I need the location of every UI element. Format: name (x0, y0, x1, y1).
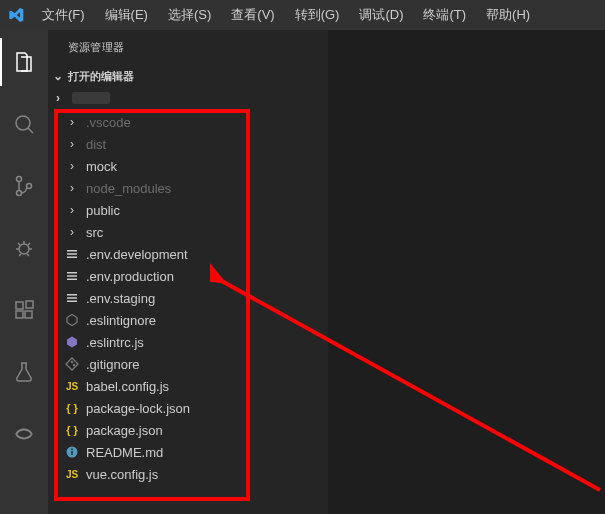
svg-point-5 (19, 244, 29, 254)
chevron-right-icon: › (52, 91, 64, 105)
tree-item-label: node_modules (86, 181, 171, 196)
folder-icon: › (64, 136, 80, 152)
tree-row[interactable]: .env.production (48, 265, 328, 287)
env-icon (64, 246, 80, 262)
svg-line-1 (28, 128, 33, 133)
open-editors-label: 打开的编辑器 (68, 69, 134, 84)
tree-item-label: .eslintrc.js (86, 335, 144, 350)
titlebar: 文件(F) 编辑(E) 选择(S) 查看(V) 转到(G) 调试(D) 终端(T… (0, 0, 605, 30)
tree-row[interactable]: ›dist (48, 133, 328, 155)
testing-icon[interactable] (0, 348, 48, 396)
tree-row[interactable]: .env.development (48, 243, 328, 265)
search-icon[interactable] (0, 100, 48, 148)
menu-edit[interactable]: 编辑(E) (97, 0, 156, 30)
svg-rect-8 (25, 311, 32, 318)
svg-point-4 (27, 184, 32, 189)
svg-rect-17 (67, 297, 77, 299)
file-tree: ›.vscode›dist›mock›node_modules›public›s… (48, 109, 328, 514)
tree-item-label: README.md (86, 445, 163, 460)
menu-go[interactable]: 转到(G) (287, 0, 348, 30)
tree-item-label: vue.config.js (86, 467, 158, 482)
svg-point-21 (71, 361, 73, 363)
folder-icon: › (64, 224, 80, 240)
explorer-icon[interactable] (0, 38, 48, 86)
env-icon (64, 290, 80, 306)
svg-point-22 (73, 364, 75, 366)
debug-icon[interactable] (0, 224, 48, 272)
svg-point-25 (71, 448, 73, 450)
source-control-icon[interactable] (0, 162, 48, 210)
menu-debug[interactable]: 调试(D) (351, 0, 411, 30)
menu-select[interactable]: 选择(S) (160, 0, 219, 30)
tree-row[interactable]: { }package.json (48, 419, 328, 441)
sidebar: 资源管理器 ⌄ 打开的编辑器 › ›.vscode›dist›mock›node… (48, 30, 328, 514)
svg-point-0 (16, 116, 30, 130)
vscode-logo-icon (8, 7, 24, 23)
svg-marker-19 (67, 315, 77, 326)
svg-marker-20 (67, 337, 77, 348)
svg-rect-9 (26, 301, 33, 308)
sidebar-title: 资源管理器 (48, 30, 328, 65)
tree-item-label: .gitignore (86, 357, 139, 372)
info-icon (64, 444, 80, 460)
svg-rect-7 (16, 311, 23, 318)
tree-row[interactable]: ›node_modules (48, 177, 328, 199)
svg-rect-15 (67, 279, 77, 281)
tree-row[interactable]: JSbabel.config.js (48, 375, 328, 397)
folder-icon: › (64, 114, 80, 130)
svg-rect-24 (71, 451, 72, 455)
tree-row[interactable]: JSvue.config.js (48, 463, 328, 485)
tree-row[interactable]: ›.vscode (48, 111, 328, 133)
tree-item-label: .env.production (86, 269, 174, 284)
editor-area (328, 30, 605, 514)
remote-icon[interactable] (0, 410, 48, 458)
tree-row[interactable]: ›public (48, 199, 328, 221)
activity-bar (0, 30, 48, 514)
svg-rect-6 (16, 302, 23, 309)
tree-row[interactable]: ›mock (48, 155, 328, 177)
tree-item-label: .env.staging (86, 291, 155, 306)
section-open-editors[interactable]: ⌄ 打开的编辑器 (48, 65, 328, 87)
svg-rect-11 (67, 253, 77, 255)
js-icon: JS (64, 378, 80, 394)
svg-rect-18 (67, 301, 77, 303)
tree-item-label: .eslintignore (86, 313, 156, 328)
folder-icon: › (64, 158, 80, 174)
tree-item-label: public (86, 203, 120, 218)
tree-item-label: .env.development (86, 247, 188, 262)
eslintignore-icon (64, 312, 80, 328)
tree-row[interactable]: { }package-lock.json (48, 397, 328, 419)
svg-rect-10 (67, 250, 77, 252)
svg-rect-12 (67, 257, 77, 259)
menu-help[interactable]: 帮助(H) (478, 0, 538, 30)
tree-row[interactable]: .eslintignore (48, 309, 328, 331)
tree-item-label: dist (86, 137, 106, 152)
menu-file[interactable]: 文件(F) (34, 0, 93, 30)
menu-terminal[interactable]: 终端(T) (415, 0, 474, 30)
tree-item-label: package-lock.json (86, 401, 190, 416)
json-icon: { } (64, 400, 80, 416)
git-icon (64, 356, 80, 372)
svg-rect-16 (67, 294, 77, 296)
tree-item-label: mock (86, 159, 117, 174)
menu-view[interactable]: 查看(V) (223, 0, 282, 30)
tree-item-label: babel.config.js (86, 379, 169, 394)
tree-row[interactable]: .eslintrc.js (48, 331, 328, 353)
folder-icon: › (64, 202, 80, 218)
eslint-icon (64, 334, 80, 350)
tree-row[interactable]: README.md (48, 441, 328, 463)
folder-icon: › (64, 180, 80, 196)
tree-row[interactable]: .gitignore (48, 353, 328, 375)
svg-point-2 (17, 177, 22, 182)
svg-point-3 (17, 191, 22, 196)
tree-row[interactable]: .env.staging (48, 287, 328, 309)
svg-rect-13 (67, 272, 77, 274)
svg-rect-14 (67, 275, 77, 277)
section-project-root[interactable]: › (48, 87, 328, 109)
json-icon: { } (64, 422, 80, 438)
chevron-down-icon: ⌄ (52, 69, 64, 83)
tree-item-label: src (86, 225, 103, 240)
project-name-redacted (72, 92, 110, 104)
extensions-icon[interactable] (0, 286, 48, 334)
tree-row[interactable]: ›src (48, 221, 328, 243)
